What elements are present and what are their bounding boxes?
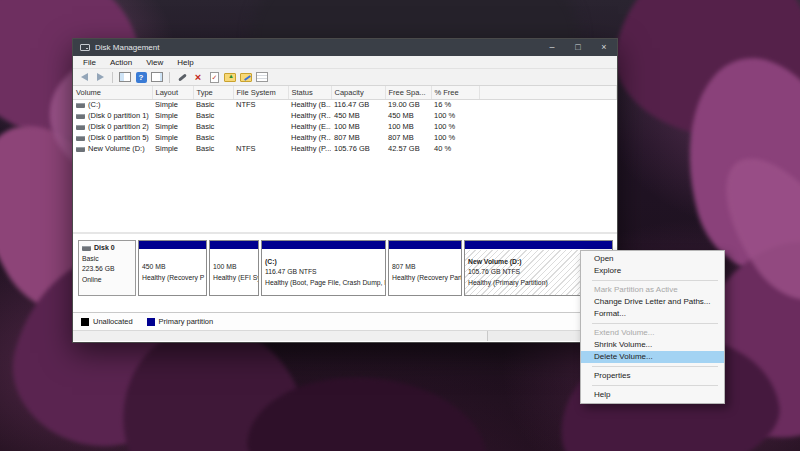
menu-item-format[interactable]: Format...: [581, 308, 724, 320]
fields-icon: [256, 72, 268, 82]
column-layout[interactable]: Layout: [152, 86, 193, 99]
folder-up-icon: [224, 73, 236, 82]
maximize-button[interactable]: □: [565, 39, 591, 56]
legend-unallocated: Unallocated: [81, 317, 133, 326]
unallocated-swatch: [81, 318, 89, 326]
disk-0-block: Disk 0 Basic 223.56 GB Online 450 MB Hea…: [78, 240, 613, 296]
menu-help[interactable]: Help: [170, 58, 200, 67]
partition-efi-100mb[interactable]: 100 MB Healthy (EFI Sy: [209, 240, 259, 296]
volume-icon: [76, 147, 85, 152]
column-type[interactable]: Type: [193, 86, 233, 99]
partition-c[interactable]: (C:) 116.47 GB NTFS Healthy (Boot, Page …: [261, 240, 386, 296]
context-menu: Open Explore Mark Partition as Active Ch…: [580, 250, 725, 404]
folder-up-button[interactable]: [223, 70, 237, 85]
column-file-system[interactable]: File System: [233, 86, 288, 99]
show-action-pane-button[interactable]: [150, 70, 164, 85]
primary-partition-swatch: [147, 318, 155, 326]
fields-button[interactable]: [255, 70, 269, 85]
primary-partition-band: [139, 241, 206, 250]
forward-icon: [97, 73, 104, 81]
close-button[interactable]: ×: [591, 39, 617, 56]
delete-red-x-icon: ×: [195, 72, 201, 83]
menu-item-extend-volume: Extend Volume...: [581, 327, 724, 339]
volume-icon: [76, 103, 85, 108]
volume-row-new-volume-d[interactable]: New Volume (D:) Simple Basic NTFS Health…: [73, 143, 617, 154]
window-title: Disk Management: [95, 43, 159, 52]
forward-button[interactable]: [93, 70, 107, 85]
menu-separator: [592, 385, 718, 386]
volume-table-header: Volume Layout Type File System Status Ca…: [73, 86, 617, 99]
volume-row-partition1[interactable]: (Disk 0 partition 1) Simple Basic Health…: [73, 110, 617, 121]
menu-separator: [592, 323, 718, 324]
back-button[interactable]: [77, 70, 91, 85]
menu-separator: [592, 280, 718, 281]
menu-item-shrink-volume[interactable]: Shrink Volume...: [581, 339, 724, 351]
menu-item-open[interactable]: Open: [581, 253, 724, 265]
disk-type: Basic: [82, 254, 132, 265]
toolbar-separator: [169, 72, 170, 83]
disk-management-window: Disk Management – □ × File Action View H…: [72, 38, 618, 343]
menu-item-mark-partition-active: Mark Partition as Active: [581, 284, 724, 296]
disk-name: Disk 0: [94, 244, 115, 251]
task-doc-icon: [210, 72, 219, 83]
primary-partition-band: [262, 241, 385, 250]
column-free-space[interactable]: Free Spa...: [385, 86, 431, 99]
disk-management-icon: [80, 44, 90, 51]
help-button[interactable]: ?: [134, 70, 148, 85]
menu-item-help[interactable]: Help: [581, 389, 724, 401]
help-icon: ?: [136, 72, 147, 83]
titlebar[interactable]: Disk Management – □ ×: [73, 39, 617, 56]
toolbar: ? ×: [73, 69, 617, 86]
task-doc-button[interactable]: [207, 70, 221, 85]
disk-graphical-pane: Disk 0 Basic 223.56 GB Online 450 MB Hea…: [73, 232, 617, 312]
disk-tool-button[interactable]: [175, 70, 189, 85]
disk-0-info[interactable]: Disk 0 Basic 223.56 GB Online: [78, 240, 136, 296]
toolbar-separator: [112, 72, 113, 83]
window-controls: – □ ×: [539, 39, 617, 56]
show-console-tree-button[interactable]: [118, 70, 132, 85]
show-action-pane-icon: [151, 72, 163, 82]
menu-item-change-drive-letter[interactable]: Change Drive Letter and Paths...: [581, 296, 724, 308]
menu-item-explore[interactable]: Explore: [581, 265, 724, 277]
partition-recovery-807mb[interactable]: 807 MB Healthy (Recovery Part: [388, 240, 462, 296]
volume-icon: [76, 125, 85, 130]
volume-icon: [76, 114, 85, 119]
menu-separator: [592, 366, 718, 367]
status-strip: [73, 330, 617, 341]
volume-table: Volume Layout Type File System Status Ca…: [73, 86, 617, 154]
folder-edit-icon: [240, 73, 252, 82]
volume-icon: [76, 136, 85, 141]
volume-row-partition2[interactable]: (Disk 0 partition 2) Simple Basic Health…: [73, 121, 617, 132]
column-volume[interactable]: Volume: [73, 86, 152, 99]
volume-row-c[interactable]: (C:) Simple Basic NTFS Healthy (B... 116…: [73, 99, 617, 110]
primary-partition-band: [465, 241, 612, 250]
back-icon: [81, 73, 88, 81]
column-capacity[interactable]: Capacity: [331, 86, 385, 99]
menu-view[interactable]: View: [139, 58, 170, 67]
disk-tool-icon: [177, 72, 188, 83]
primary-partition-band: [389, 241, 461, 250]
menu-file[interactable]: File: [76, 58, 103, 67]
menu-item-delete-volume[interactable]: Delete Volume...: [581, 351, 724, 363]
delete-button[interactable]: ×: [191, 70, 205, 85]
menu-bar: File Action View Help: [73, 56, 617, 69]
minimize-button[interactable]: –: [539, 39, 565, 56]
primary-partition-band: [210, 241, 258, 250]
disk-status: Online: [82, 275, 132, 286]
show-console-tree-icon: [119, 72, 131, 82]
column-filler: [479, 86, 617, 99]
partition-recovery-450mb[interactable]: 450 MB Healthy (Recovery P: [138, 240, 207, 296]
volume-row-partition5[interactable]: (Disk 0 partition 5) Simple Basic Health…: [73, 132, 617, 143]
folder-edit-button[interactable]: [239, 70, 253, 85]
column-pct-free[interactable]: % Free: [431, 86, 479, 99]
partitions-strip: 450 MB Healthy (Recovery P 100 MB Health…: [138, 240, 613, 296]
desktop: Disk Management – □ × File Action View H…: [0, 0, 800, 451]
legend-bar: Unallocated Primary partition: [73, 312, 617, 330]
menu-item-properties[interactable]: Properties: [581, 370, 724, 382]
disk-size: 223.56 GB: [82, 264, 132, 275]
menu-action[interactable]: Action: [103, 58, 139, 67]
column-status[interactable]: Status: [288, 86, 331, 99]
legend-primary-partition: Primary partition: [147, 317, 214, 326]
disk-icon: [82, 246, 91, 251]
volume-list-pane: Volume Layout Type File System Status Ca…: [73, 86, 617, 232]
